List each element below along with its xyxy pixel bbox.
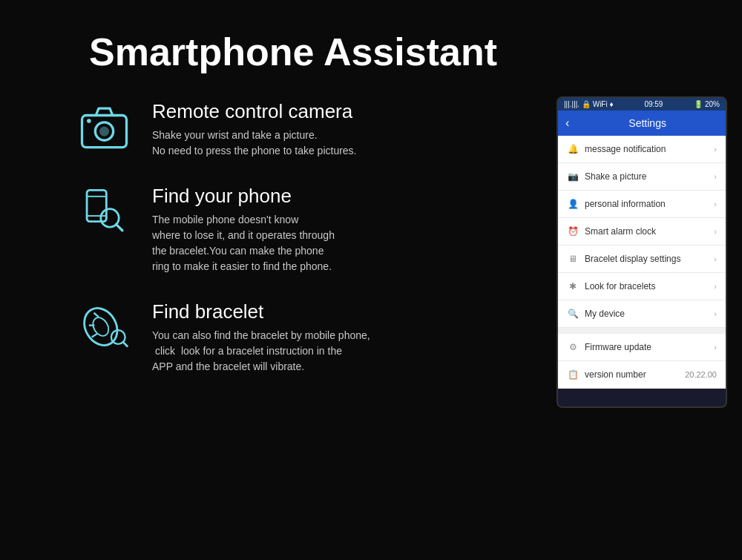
svg-line-8 — [116, 224, 122, 230]
chevron-icon: › — [714, 227, 717, 236]
time-display: 09:59 — [644, 100, 663, 108]
menu-label-shake: Shake a picture — [585, 171, 646, 182]
person-icon: 👤 — [567, 198, 579, 210]
phone-header: ‹ Settings — [558, 111, 726, 136]
menu-label-version: version number — [585, 369, 646, 380]
back-button[interactable]: ‹ — [565, 116, 569, 130]
feature-find-bracelet-text: Find bracelet You can also find the brac… — [152, 297, 370, 375]
chevron-icon: › — [714, 254, 717, 263]
chevron-icon: › — [714, 343, 717, 352]
menu-item-version: 📋 version number 20.22.00 — [558, 361, 726, 389]
svg-point-2 — [99, 126, 108, 136]
chevron-icon: › — [714, 200, 717, 208]
svg-line-11 — [93, 312, 99, 317]
update-icon: ⚙ — [567, 341, 579, 353]
menu-item-alarm[interactable]: ⏰ Smart alarm clock › — [558, 218, 726, 246]
page-title: Smartphone Assistant — [0, 0, 742, 96]
feature-find-bracelet-title: Find bracelet — [152, 300, 370, 323]
menu-item-look-bracelets[interactable]: ✱ Look for bracelets › — [558, 273, 726, 300]
feature-camera: Remote control camera Shake your wrist a… — [74, 96, 534, 159]
menu-item-shake[interactable]: 📷 Shake a picture › — [558, 163, 726, 191]
bracelet-icon — [74, 297, 134, 356]
feature-find-bracelet-desc: You can also find the bracelet by mobile… — [152, 328, 370, 375]
chevron-icon: › — [714, 282, 717, 291]
menu-label-personal: personal information — [585, 199, 666, 209]
svg-point-3 — [87, 119, 91, 123]
svg-line-13 — [91, 333, 97, 337]
menu-item-display[interactable]: 🖥 Bracelet display settings › — [558, 246, 726, 273]
version-icon: 📋 — [567, 369, 579, 381]
menu-label-display: Bracelet display settings — [585, 254, 680, 264]
menu-label-alarm: Smart alarm clock — [585, 226, 656, 237]
menu-label-look-bracelets: Look for bracelets — [585, 281, 655, 291]
menu-label-device: My device — [585, 309, 625, 319]
menu-item-device[interactable]: 🔍 My device › — [558, 300, 726, 328]
display-icon: 🖥 — [567, 253, 579, 265]
content-area: Remote control camera Shake your wrist a… — [0, 96, 742, 408]
svg-rect-4 — [87, 190, 106, 221]
chevron-icon: › — [714, 309, 717, 318]
chevron-icon: › — [714, 172, 717, 181]
feature-find-bracelet: Find bracelet You can also find the brac… — [74, 297, 534, 375]
feature-find-phone-title: Find your phone — [152, 185, 335, 208]
version-value: 20.22.00 — [685, 370, 717, 379]
feature-camera-desc: Shake your wrist and take a picture.No n… — [152, 128, 357, 159]
phone-mockup: |||.|||. 🔒 WiFi ♦ 09:59 🔋 20% ‹ Settings… — [556, 96, 727, 408]
battery-indicator: 🔋 20% — [694, 100, 720, 108]
menu-item-message[interactable]: 🔔 message notification › — [558, 136, 726, 163]
device-icon: 🔍 — [567, 308, 579, 320]
section-divider — [558, 328, 726, 334]
feature-camera-text: Remote control camera Shake your wrist a… — [152, 96, 357, 159]
menu-item-personal[interactable]: 👤 personal information › — [558, 191, 726, 218]
menu-label-firmware: Firmware update — [585, 342, 651, 352]
chevron-icon: › — [714, 145, 717, 154]
clock-icon: ⏰ — [567, 225, 579, 237]
menu-item-firmware[interactable]: ⚙ Firmware update › — [558, 334, 726, 361]
svg-line-15 — [122, 342, 127, 346]
feature-find-phone-text: Find your phone The mobile phone doesn't… — [152, 181, 335, 274]
signal-indicator: |||.|||. 🔒 WiFi ♦ — [564, 100, 614, 108]
menu-label-message: message notification — [585, 144, 666, 154]
phone-status-bar: |||.|||. 🔒 WiFi ♦ 09:59 🔋 20% — [558, 98, 726, 111]
svg-point-10 — [90, 314, 111, 338]
feature-find-phone: Find your phone The mobile phone doesn't… — [74, 181, 534, 274]
bell-icon: 🔔 — [567, 143, 579, 155]
phone-search-icon — [74, 181, 134, 240]
bluetooth-icon: ✱ — [567, 280, 579, 292]
camera-icon — [74, 96, 134, 156]
features-list: Remote control camera Shake your wrist a… — [74, 96, 534, 408]
camera-small-icon: 📷 — [567, 171, 579, 182]
feature-camera-title: Remote control camera — [152, 100, 357, 123]
feature-find-phone-desc: The mobile phone doesn't knowwhere to lo… — [152, 212, 335, 274]
settings-title: Settings — [577, 117, 718, 129]
